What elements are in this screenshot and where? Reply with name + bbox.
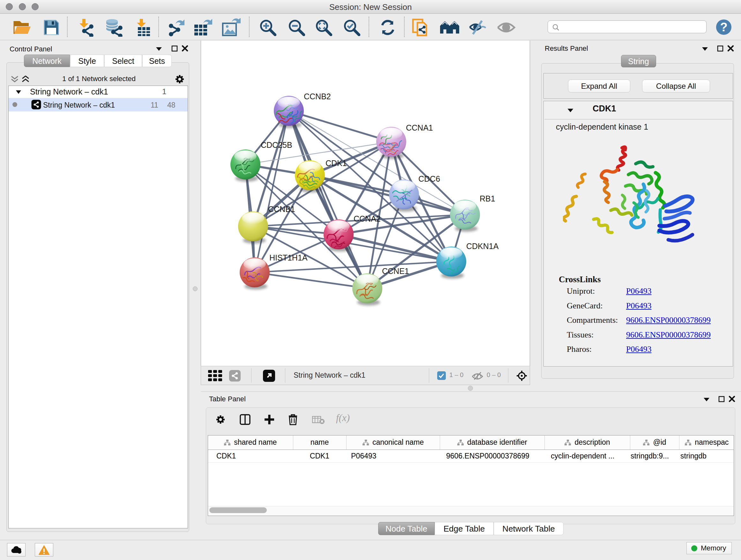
svg-text:CCNA1: CCNA1	[406, 123, 433, 132]
svg-text:CDK1: CDK1	[326, 159, 347, 168]
svg-text:CCNE1: CCNE1	[382, 266, 409, 275]
svg-text:?: ?	[720, 20, 727, 34]
svg-text:CCNB2: CCNB2	[304, 92, 331, 101]
svg-text:CDC25B: CDC25B	[261, 140, 292, 149]
svg-text:CDC6: CDC6	[418, 174, 440, 183]
svg-text:CCNA2: CCNA2	[354, 214, 381, 223]
svg-text:CCNB1: CCNB1	[268, 205, 295, 213]
svg-text:HIST1H1A: HIST1H1A	[269, 253, 308, 262]
svg-text:CDKN1A: CDKN1A	[466, 242, 499, 251]
svg-text:RB1: RB1	[480, 194, 495, 203]
